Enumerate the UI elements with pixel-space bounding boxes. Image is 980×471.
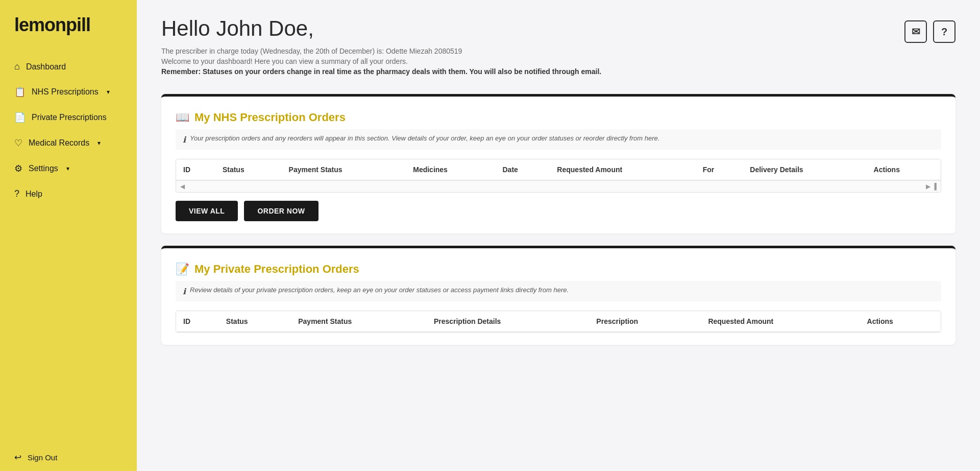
private-table-wrapper: ID Status Payment Status Prescription De… <box>176 311 941 333</box>
private-info-text: Review details of your private prescript… <box>190 286 569 294</box>
private-prescriptions-card: 📝 My Private Prescription Orders ℹ Revie… <box>161 246 955 345</box>
chevron-down-icon: ▾ <box>107 88 110 96</box>
sidebar-item-settings[interactable]: ⚙ Settings ▾ <box>0 156 137 181</box>
sidebar-item-label: Settings <box>29 164 58 173</box>
nhs-prescriptions-icon: 📋 <box>14 86 26 98</box>
signout-icon: ↩ <box>14 452 21 463</box>
private-prescriptions-icon: 📄 <box>14 112 26 123</box>
private-table-header-row: ID Status Payment Status Prescription De… <box>176 311 941 332</box>
col-medicines: Medicines <box>406 159 495 180</box>
header-left: Hello John Doe, The prescriber in charge… <box>161 16 601 78</box>
sidebar-item-nhs-prescriptions[interactable]: 📋 NHS Prescriptions ▾ <box>0 79 137 105</box>
chevron-down-icon: ▾ <box>66 165 69 172</box>
sidebar-nav: ⌂ Dashboard 📋 NHS Prescriptions ▾ 📄 Priv… <box>0 50 137 444</box>
home-icon: ⌂ <box>14 61 20 72</box>
col-actions: Actions <box>860 311 941 332</box>
col-payment-status: Payment Status <box>291 311 427 332</box>
private-orders-table: ID Status Payment Status Prescription De… <box>176 311 941 332</box>
chevron-down-icon: ▾ <box>97 139 101 147</box>
remember-text: Remember: Statuses on your orders change… <box>161 67 601 76</box>
cards-container: 📖 My NHS Prescription Orders ℹ Your pres… <box>137 86 980 361</box>
col-delivery-details: Delivery Details <box>743 159 866 180</box>
sidebar-item-medical-records[interactable]: ♡ Medical Records ▾ <box>0 130 137 156</box>
nhs-table-wrapper: ID Status Payment Status Medicines Date … <box>176 159 941 193</box>
signout-label: Sign Out <box>28 453 57 462</box>
info-icon: ℹ <box>183 287 186 296</box>
sidebar-item-private-prescriptions[interactable]: 📄 Private Prescriptions <box>0 105 137 130</box>
main-header: Hello John Doe, The prescriber in charge… <box>137 0 980 86</box>
info-icon: ℹ <box>183 135 186 145</box>
sidebar-logo: lemonpill <box>0 0 137 50</box>
nhs-card-info: ℹ Your prescription orders and any reord… <box>176 129 941 150</box>
col-date: Date <box>495 159 550 180</box>
scroll-left-arrow[interactable]: ◀ <box>180 183 185 190</box>
col-id: ID <box>176 311 219 332</box>
welcome-text: Welcome to your dashboard! Here you can … <box>161 57 601 65</box>
table-scroll-bar: ◀ ▶ ▐ <box>176 180 941 192</box>
col-actions: Actions <box>867 159 941 180</box>
prescriber-info: The prescriber in charge today (Wednesda… <box>161 47 601 55</box>
nhs-card-title: 📖 My NHS Prescription Orders <box>176 111 941 124</box>
col-requested-amount: Requested Amount <box>701 311 860 332</box>
private-card-title: 📝 My Private Prescription Orders <box>176 263 941 276</box>
private-card-heading: My Private Prescription Orders <box>194 263 359 276</box>
sidebar-item-label: Help <box>26 190 42 199</box>
remember-body: : Statuses on your orders change in real… <box>198 67 601 76</box>
sidebar: lemonpill ⌂ Dashboard 📋 NHS Prescription… <box>0 0 137 471</box>
question-icon: ? <box>941 26 947 38</box>
nhs-card-heading: My NHS Prescription Orders <box>194 111 346 124</box>
sidebar-item-label: Private Prescriptions <box>32 113 107 122</box>
mail-button[interactable]: ✉ <box>904 20 927 43</box>
col-status: Status <box>219 311 291 332</box>
settings-icon: ⚙ <box>14 163 22 174</box>
nhs-prescriptions-card: 📖 My NHS Prescription Orders ℹ Your pres… <box>161 94 955 233</box>
col-id: ID <box>176 159 215 180</box>
private-doc-icon: 📝 <box>176 263 189 276</box>
page-greeting: Hello John Doe, <box>161 16 601 41</box>
remember-label: Remember <box>161 67 198 76</box>
sidebar-item-dashboard[interactable]: ⌂ Dashboard <box>0 54 137 79</box>
col-prescription-details: Prescription Details <box>427 311 589 332</box>
sidebar-item-label: NHS Prescriptions <box>32 87 99 97</box>
header-right: ✉ ? <box>904 20 955 43</box>
help-icon: ? <box>14 189 19 199</box>
nhs-table-header-row: ID Status Payment Status Medicines Date … <box>176 159 941 180</box>
sidebar-item-label: Medical Records <box>29 138 89 148</box>
col-requested-amount: Requested Amount <box>550 159 695 180</box>
view-all-button[interactable]: VIEW ALL <box>176 201 238 221</box>
sidebar-item-help[interactable]: ? Help <box>0 181 137 206</box>
medical-records-icon: ♡ <box>14 137 22 149</box>
nhs-book-icon: 📖 <box>176 111 189 124</box>
scroll-right-arrow[interactable]: ▶ ▐ <box>926 183 937 190</box>
main-content-area: Hello John Doe, The prescriber in charge… <box>137 0 980 471</box>
help-button[interactable]: ? <box>933 20 955 43</box>
nhs-orders-table: ID Status Payment Status Medicines Date … <box>176 159 941 180</box>
sign-out-button[interactable]: ↩ Sign Out <box>0 444 137 471</box>
sidebar-item-label: Dashboard <box>26 62 66 72</box>
col-prescription: Prescription <box>589 311 701 332</box>
mail-icon: ✉ <box>912 26 920 38</box>
col-for: For <box>696 159 743 180</box>
order-now-button[interactable]: ORDER NOW <box>244 201 318 221</box>
col-payment-status: Payment Status <box>282 159 406 180</box>
col-status: Status <box>215 159 282 180</box>
nhs-card-actions: VIEW ALL ORDER NOW <box>176 201 941 221</box>
nhs-info-text: Your prescription orders and any reorder… <box>190 134 659 142</box>
private-card-info: ℹ Review details of your private prescri… <box>176 281 941 301</box>
